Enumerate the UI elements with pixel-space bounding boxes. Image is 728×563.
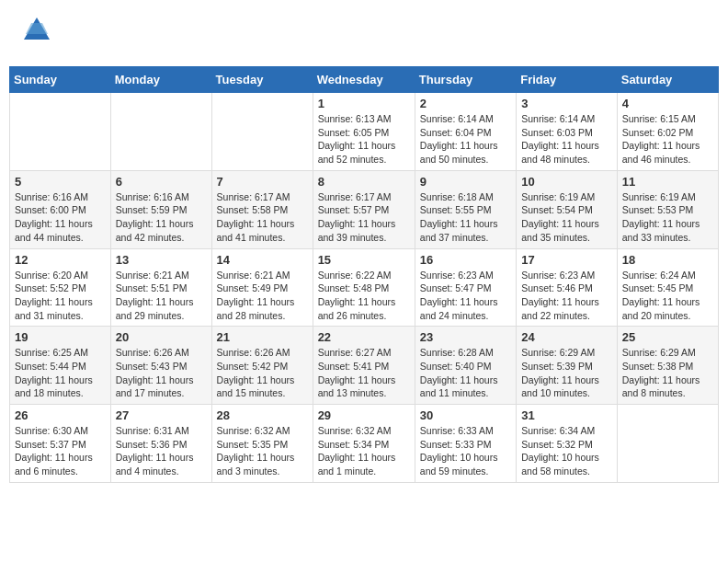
day-info: Sunrise: 6:17 AMSunset: 5:58 PMDaylight:…: [217, 190, 308, 245]
day-info: Sunrise: 6:19 AMSunset: 5:54 PMDaylight:…: [521, 190, 612, 245]
day-info: Sunrise: 6:16 AMSunset: 5:59 PMDaylight:…: [116, 190, 207, 245]
day-number: 21: [217, 330, 308, 344]
day-number: 3: [521, 97, 612, 110]
day-info: Sunrise: 6:17 AMSunset: 5:57 PMDaylight:…: [318, 190, 410, 245]
weekday-header-saturday: Saturday: [617, 67, 718, 93]
day-info: Sunrise: 6:18 AMSunset: 5:55 PMDaylight:…: [420, 190, 511, 245]
day-number: 5: [15, 175, 106, 189]
calendar-body: 1Sunrise: 6:13 AMSunset: 6:05 PMDaylight…: [10, 93, 719, 483]
calendar-cell: 1Sunrise: 6:13 AMSunset: 6:05 PMDaylight…: [313, 93, 415, 171]
calendar-cell: 19Sunrise: 6:25 AMSunset: 5:44 PMDayligh…: [10, 327, 111, 405]
calendar-cell: [10, 93, 111, 171]
day-number: 26: [15, 408, 106, 422]
day-number: 1: [318, 97, 410, 110]
calendar-cell: 18Sunrise: 6:24 AMSunset: 5:45 PMDayligh…: [617, 248, 718, 327]
day-info: Sunrise: 6:29 AMSunset: 5:38 PMDaylight:…: [622, 346, 713, 400]
day-info: Sunrise: 6:29 AMSunset: 5:39 PMDaylight:…: [521, 346, 612, 400]
day-info: Sunrise: 6:32 AMSunset: 5:35 PMDaylight:…: [217, 424, 308, 478]
calendar-cell: 4Sunrise: 6:15 AMSunset: 6:02 PMDaylight…: [617, 93, 718, 171]
day-number: 30: [420, 408, 511, 422]
day-number: 4: [622, 97, 713, 110]
calendar-cell: 12Sunrise: 6:20 AMSunset: 5:52 PMDayligh…: [10, 248, 111, 327]
day-number: 18: [622, 253, 713, 267]
calendar-week-1: 5Sunrise: 6:16 AMSunset: 6:00 PMDaylight…: [10, 170, 719, 248]
calendar-cell: 5Sunrise: 6:16 AMSunset: 6:00 PMDaylight…: [10, 170, 111, 248]
calendar-week-2: 12Sunrise: 6:20 AMSunset: 5:52 PMDayligh…: [10, 248, 719, 327]
weekday-header-thursday: Thursday: [415, 67, 516, 93]
calendar-cell: 28Sunrise: 6:32 AMSunset: 5:35 PMDayligh…: [211, 405, 313, 483]
day-number: 19: [15, 330, 106, 344]
day-info: Sunrise: 6:24 AMSunset: 5:45 PMDaylight:…: [622, 269, 713, 323]
calendar-cell: 11Sunrise: 6:19 AMSunset: 5:53 PMDayligh…: [617, 170, 718, 248]
calendar-cell: 29Sunrise: 6:32 AMSunset: 5:34 PMDayligh…: [313, 405, 415, 483]
calendar-cell: [110, 93, 211, 171]
day-info: Sunrise: 6:16 AMSunset: 6:00 PMDaylight:…: [15, 190, 106, 245]
day-number: 2: [420, 97, 511, 110]
calendar-cell: 22Sunrise: 6:27 AMSunset: 5:41 PMDayligh…: [313, 327, 415, 405]
calendar-cell: 9Sunrise: 6:18 AMSunset: 5:55 PMDaylight…: [415, 170, 516, 248]
day-info: Sunrise: 6:23 AMSunset: 5:47 PMDaylight:…: [420, 269, 511, 323]
calendar-week-3: 19Sunrise: 6:25 AMSunset: 5:44 PMDayligh…: [10, 327, 719, 405]
day-info: Sunrise: 6:15 AMSunset: 6:02 PMDaylight:…: [622, 112, 713, 167]
day-number: 20: [116, 330, 207, 344]
day-info: Sunrise: 6:14 AMSunset: 6:03 PMDaylight:…: [521, 112, 612, 167]
day-number: 14: [217, 253, 308, 267]
day-info: Sunrise: 6:19 AMSunset: 5:53 PMDaylight:…: [622, 190, 713, 245]
svg-marker-1: [26, 23, 48, 34]
day-number: 16: [420, 253, 511, 267]
day-number: 11: [622, 175, 713, 189]
day-info: Sunrise: 6:20 AMSunset: 5:52 PMDaylight:…: [15, 269, 106, 323]
day-number: 31: [521, 408, 612, 422]
day-number: 7: [217, 175, 308, 189]
calendar-cell: 25Sunrise: 6:29 AMSunset: 5:38 PMDayligh…: [617, 327, 718, 405]
calendar-cell: 23Sunrise: 6:28 AMSunset: 5:40 PMDayligh…: [415, 327, 516, 405]
day-info: Sunrise: 6:33 AMSunset: 5:33 PMDaylight:…: [420, 424, 511, 478]
calendar-cell: 30Sunrise: 6:33 AMSunset: 5:33 PMDayligh…: [415, 405, 516, 483]
day-number: 15: [318, 253, 410, 267]
calendar-cell: 20Sunrise: 6:26 AMSunset: 5:43 PMDayligh…: [110, 327, 211, 405]
calendar-cell: 7Sunrise: 6:17 AMSunset: 5:58 PMDaylight…: [211, 170, 313, 248]
day-info: Sunrise: 6:30 AMSunset: 5:37 PMDaylight:…: [15, 424, 106, 478]
day-info: Sunrise: 6:21 AMSunset: 5:51 PMDaylight:…: [116, 269, 207, 323]
calendar-table: SundayMondayTuesdayWednesdayThursdayFrid…: [9, 66, 719, 483]
calendar-cell: 8Sunrise: 6:17 AMSunset: 5:57 PMDaylight…: [313, 170, 415, 248]
calendar-cell: 31Sunrise: 6:34 AMSunset: 5:32 PMDayligh…: [517, 405, 618, 483]
day-info: Sunrise: 6:14 AMSunset: 6:04 PMDaylight:…: [420, 112, 511, 167]
day-info: Sunrise: 6:32 AMSunset: 5:34 PMDaylight:…: [318, 424, 410, 478]
calendar-cell: 21Sunrise: 6:26 AMSunset: 5:42 PMDayligh…: [211, 327, 313, 405]
day-number: 12: [15, 253, 106, 267]
calendar-cell: 2Sunrise: 6:14 AMSunset: 6:04 PMDaylight…: [415, 93, 516, 171]
day-number: 13: [116, 253, 207, 267]
day-info: Sunrise: 6:26 AMSunset: 5:43 PMDaylight:…: [116, 346, 207, 400]
day-info: Sunrise: 6:13 AMSunset: 6:05 PMDaylight:…: [318, 112, 410, 167]
day-info: Sunrise: 6:25 AMSunset: 5:44 PMDaylight:…: [15, 346, 106, 400]
logo: [18, 14, 55, 52]
calendar-cell: 17Sunrise: 6:23 AMSunset: 5:46 PMDayligh…: [517, 248, 618, 327]
calendar-cell: 14Sunrise: 6:21 AMSunset: 5:49 PMDayligh…: [211, 248, 313, 327]
calendar-cell: 16Sunrise: 6:23 AMSunset: 5:47 PMDayligh…: [415, 248, 516, 327]
calendar-cell: 15Sunrise: 6:22 AMSunset: 5:48 PMDayligh…: [313, 248, 415, 327]
day-info: Sunrise: 6:21 AMSunset: 5:49 PMDaylight:…: [217, 269, 308, 323]
weekday-header-tuesday: Tuesday: [211, 67, 313, 93]
weekday-header-sunday: Sunday: [10, 67, 111, 93]
calendar-week-0: 1Sunrise: 6:13 AMSunset: 6:05 PMDaylight…: [10, 93, 719, 171]
day-number: 28: [217, 408, 308, 422]
day-info: Sunrise: 6:23 AMSunset: 5:46 PMDaylight:…: [521, 269, 612, 323]
day-info: Sunrise: 6:28 AMSunset: 5:40 PMDaylight:…: [420, 346, 511, 400]
day-number: 17: [521, 253, 612, 267]
logo-icon: [18, 14, 53, 49]
day-number: 22: [318, 330, 410, 344]
day-info: Sunrise: 6:26 AMSunset: 5:42 PMDaylight:…: [217, 346, 308, 400]
weekday-header-monday: Monday: [110, 67, 211, 93]
day-info: Sunrise: 6:27 AMSunset: 5:41 PMDaylight:…: [318, 346, 410, 400]
calendar-cell: [211, 93, 313, 171]
day-number: 23: [420, 330, 511, 344]
calendar-cell: 3Sunrise: 6:14 AMSunset: 6:03 PMDaylight…: [517, 93, 618, 171]
day-number: 25: [622, 330, 713, 344]
day-number: 24: [521, 330, 612, 344]
calendar-cell: 26Sunrise: 6:30 AMSunset: 5:37 PMDayligh…: [10, 405, 111, 483]
day-number: 29: [318, 408, 410, 422]
day-number: 6: [116, 175, 207, 189]
weekday-header-friday: Friday: [517, 67, 618, 93]
calendar-cell: 6Sunrise: 6:16 AMSunset: 5:59 PMDaylight…: [110, 170, 211, 248]
